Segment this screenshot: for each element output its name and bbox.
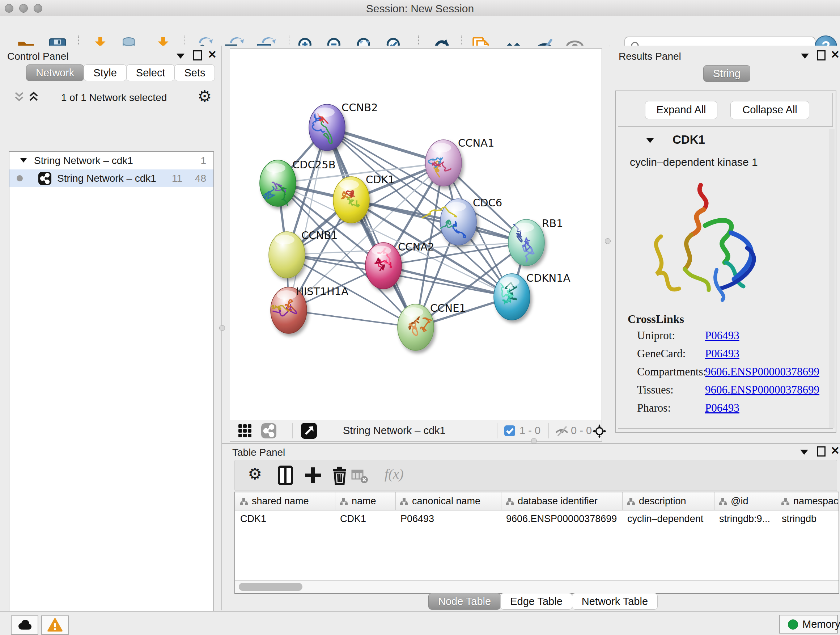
memory-button[interactable]: Memory xyxy=(779,615,838,633)
table-cell[interactable]: P06493 xyxy=(395,510,501,527)
toolbar-separator xyxy=(292,423,293,439)
network-node-CDK1[interactable] xyxy=(333,177,369,223)
crosslink-link[interactable]: 9606.ENSP00000378699 xyxy=(705,383,819,396)
function-builder-icon[interactable]: f(x) xyxy=(385,466,424,486)
network-node-RB1[interactable] xyxy=(508,219,545,266)
crosslink-row: Pharos:P06493 xyxy=(637,402,825,420)
center-view-crosshair-icon[interactable] xyxy=(592,424,606,440)
network-canvas[interactable]: CCNB2CCNA1CDC25BCDK1CDC6RB1CCNB1CCNA2CDK… xyxy=(230,49,602,421)
selected-checkbox-icon[interactable] xyxy=(504,425,515,438)
results-panel-menu-icon[interactable] xyxy=(801,54,809,59)
annotation-mode-icon[interactable] xyxy=(301,423,317,440)
collapse-all-chevron-icon[interactable] xyxy=(14,91,25,104)
tab-network-table[interactable]: Network Table xyxy=(572,593,658,610)
table-cell[interactable]: CDK1 xyxy=(335,510,395,527)
network-view-panel: CCNB2CCNA1CDC25BCDK1CDC6RB1CCNB1CCNA2CDK… xyxy=(222,46,609,443)
table-options-gear-icon[interactable]: ⚙ xyxy=(248,466,268,486)
collapse-entry-icon[interactable] xyxy=(646,137,654,145)
results-scrollbar[interactable] xyxy=(829,129,835,428)
node-result-header[interactable]: CDK1 xyxy=(618,129,832,152)
network-node-CCNA2[interactable] xyxy=(365,242,401,289)
control-panel-tabs: NetworkStyleSelectSets xyxy=(26,65,215,81)
control-panel-close-icon[interactable]: ✕ xyxy=(208,50,217,59)
column-header-name[interactable]: name xyxy=(335,492,396,510)
tab-network[interactable]: Network xyxy=(26,65,84,81)
add-column-icon[interactable] xyxy=(303,465,323,486)
table-panel-menu-icon[interactable] xyxy=(800,450,808,455)
table-cell[interactable]: cyclin–dependent ... xyxy=(622,510,714,527)
network-node-CDKN1A[interactable] xyxy=(494,274,530,320)
table-cell[interactable]: 9606.ENSP00000378699 xyxy=(501,510,622,527)
show-columns-icon[interactable] xyxy=(275,465,295,486)
tab-string[interactable]: String xyxy=(703,65,750,82)
right-splitter-handle[interactable] xyxy=(605,238,611,244)
tab-edge-table[interactable]: Edge Table xyxy=(500,593,572,610)
status-bar: Memory xyxy=(0,611,840,635)
delete-column-trash-icon[interactable] xyxy=(330,465,350,486)
cloud-button[interactable] xyxy=(11,616,38,635)
network-title: String Network – cdk1 xyxy=(343,424,446,437)
column-header-database-identifier[interactable]: database identifier xyxy=(501,492,622,510)
results-panel-close-icon[interactable]: ✕ xyxy=(831,50,840,59)
network-options-gear-icon[interactable]: ⚙ xyxy=(197,88,212,104)
string-network-icon xyxy=(38,172,51,190)
tab-node-table[interactable]: Node Table xyxy=(428,593,501,610)
node-label-RB1: RB1 xyxy=(542,217,563,230)
network-type-share-icon[interactable] xyxy=(261,423,276,440)
control-panel-float-icon[interactable] xyxy=(193,50,202,60)
network-edge-HIST1H1A-CCNE1[interactable] xyxy=(289,310,416,327)
network-view-toolbar: String Network – cdk1 1 - 0 0 - 0 xyxy=(230,420,602,442)
horizontal-splitter-handle[interactable] xyxy=(531,438,537,444)
network-node-CDC25B[interactable] xyxy=(260,160,296,206)
table-cell[interactable]: stringdb:9... xyxy=(714,510,777,527)
table-hscrollbar[interactable] xyxy=(235,580,838,593)
tab-sets[interactable]: Sets xyxy=(174,65,215,81)
string-results-container: Expand All Collapse All CDK1 cyclin–depe… xyxy=(615,90,836,433)
expand-all-button[interactable]: Expand All xyxy=(645,101,717,119)
results-panel-tabs: String xyxy=(703,65,750,82)
column-header-namespace[interactable]: namespace xyxy=(777,492,839,510)
network-node-CCNE1[interactable] xyxy=(398,304,434,350)
network-node-CCNB1[interactable] xyxy=(269,232,305,278)
column-header-shared-name[interactable]: shared name xyxy=(235,492,335,510)
warnings-button[interactable] xyxy=(41,616,69,635)
main-toolbar: ? xyxy=(0,16,840,46)
table-panel-float-icon[interactable] xyxy=(817,447,826,456)
table-panel-close-icon[interactable]: ✕ xyxy=(831,446,840,455)
network-row[interactable]: String Network – cdk1 11 48 xyxy=(9,169,213,187)
tab-select[interactable]: Select xyxy=(126,65,175,81)
table-cell[interactable]: CDK1 xyxy=(235,510,335,527)
hidden-eye-icon[interactable] xyxy=(555,424,569,439)
network-collection-row[interactable]: String Network – cdk1 1 xyxy=(9,152,213,169)
crosslink-link[interactable]: 9606.ENSP00000378699 xyxy=(705,365,819,378)
results-panel-float-icon[interactable] xyxy=(817,50,826,60)
hidden-counts: 0 - 0 xyxy=(571,424,592,437)
network-node-CCNA1[interactable] xyxy=(425,140,462,186)
node-label-CCNA2: CCNA2 xyxy=(398,241,434,253)
column-header-canonical-name[interactable]: canonical name xyxy=(395,492,501,510)
birdseye-grid-icon[interactable] xyxy=(238,424,252,439)
crosslinks-title: CrossLinks xyxy=(628,312,684,326)
titlebar: Session: New Session xyxy=(0,0,840,16)
collapse-all-button[interactable]: Collapse All xyxy=(730,101,809,119)
table-toolbar: ⚙ f(x) xyxy=(234,460,837,491)
table-cell[interactable]: stringdb xyxy=(777,510,839,527)
network-edge-CCNB2-HIST1H1A[interactable] xyxy=(289,127,327,310)
crosslink-link[interactable]: P06493 xyxy=(705,402,739,415)
left-splitter-handle[interactable] xyxy=(219,325,225,331)
crosslink-link[interactable]: P06493 xyxy=(705,347,739,360)
network-node-CCNB2[interactable] xyxy=(309,104,345,150)
column-header-description[interactable]: description xyxy=(622,492,714,510)
control-panel-menu-icon[interactable] xyxy=(177,54,185,59)
crosslink-row: Tissues:9606.ENSP00000378699 xyxy=(637,383,825,402)
expand-all-chevron-icon[interactable] xyxy=(28,91,39,104)
node-label-CCNE1: CCNE1 xyxy=(430,302,466,314)
tab-style[interactable]: Style xyxy=(84,65,126,81)
table-hscroll-thumb[interactable] xyxy=(239,583,302,591)
delete-table-icon[interactable] xyxy=(351,468,371,488)
crosslink-row: Compartments:9606.ENSP00000378699 xyxy=(637,365,825,383)
crosslink-link[interactable]: P06493 xyxy=(705,329,739,342)
control-panel-title: Control Panel xyxy=(7,51,69,62)
toolbar-separator xyxy=(548,423,549,439)
column-header--id[interactable]: @id xyxy=(714,492,777,510)
